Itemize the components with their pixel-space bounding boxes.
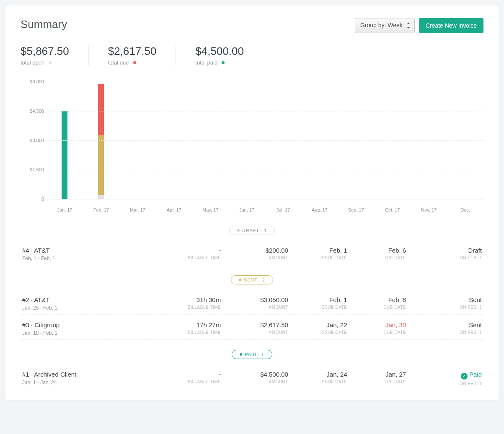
chart-x-tick: Aug, 17: [312, 207, 328, 212]
invoice-billable: -: [157, 247, 221, 254]
invoice-status: Draft: [409, 247, 482, 254]
col-label: BILLABLE TIME: [157, 330, 221, 335]
chart-gridline: [47, 82, 483, 82]
col-label: ISSUE DATE: [292, 330, 347, 335]
chart-gridline: [47, 170, 483, 170]
invoice-due-cell: Jan, 30DUE DATE: [349, 321, 408, 335]
stat-due-value: $2,617.50: [108, 45, 157, 58]
col-label: AMOUNT: [224, 256, 288, 260]
stat-due-label: total due: [108, 59, 157, 66]
chart-x-tick: Dec,: [460, 207, 470, 212]
invoice-row[interactable]: #4 · AT&TFeb, 1 - Feb, 1-BILLABLE TIME$2…: [21, 240, 483, 265]
header-row: Summary Group by: Week Create New Invoic…: [21, 18, 483, 33]
group-pill-draft[interactable]: DRAFT · 1: [229, 226, 275, 235]
group-by-select[interactable]: Group by: Week: [355, 18, 415, 33]
invoice-billable-cell: 17h 27mBILLABLE TIME: [155, 321, 222, 335]
invoice-amount-cell: $200.00AMOUNT: [222, 247, 290, 260]
stat-due: $2,617.50 total due: [108, 45, 176, 66]
invoice-billable-cell: -BILLABLE TIME: [155, 247, 222, 260]
chart-gridline: [47, 111, 483, 111]
invoice-title: #3 · Citigroup: [22, 321, 153, 328]
invoice-title-cell: #1 · Archived ClientJan, 1 - Jan, 24: [21, 371, 155, 385]
col-label: BILLABLE TIME: [157, 256, 221, 260]
invoice-title-cell: #3 · CitigroupJan, 18 - Feb, 1: [21, 321, 155, 336]
check-icon: ✓: [461, 373, 468, 380]
group-pill-label: PAID · 1: [245, 352, 264, 357]
invoice-issue: Feb, 1: [292, 247, 347, 254]
chart-x-tick: Nov, 17: [421, 207, 437, 212]
col-label: ISSUE DATE: [292, 305, 347, 310]
chart-bar-segment-draft: [98, 195, 104, 199]
chart-x-axis: Jan, 17Feb, 17Mar, 17Apr, 17May, 17Jun, …: [47, 207, 483, 216]
invoice-status-sub: ON FEB, 1: [409, 330, 482, 335]
invoice-status-cell: ✓PaidON FEB, 1: [408, 371, 483, 386]
dot-icon: [237, 229, 240, 232]
invoice-title: #2 · AT&T: [22, 296, 153, 303]
col-label: AMOUNT: [224, 305, 288, 310]
invoice-billable: 17h 27m: [157, 321, 221, 328]
invoice-row[interactable]: #3 · CitigroupJan, 18 - Feb, 117h 27mBIL…: [21, 315, 483, 340]
summary-card: Summary Group by: Week Create New Invoic…: [5, 5, 499, 400]
chart-y-tick: $1,500: [21, 167, 44, 172]
group-pill-paid[interactable]: PAID · 1: [232, 350, 272, 359]
chart-x-tick: Feb, 17: [93, 207, 109, 212]
invoice-issue-cell: Jan, 24ISSUE DATE: [290, 371, 349, 384]
summary-chart: Jan, 17Feb, 17Mar, 17Apr, 17May, 17Jun, …: [21, 73, 483, 216]
invoice-due-cell: Jan, 27DUE DATE: [349, 371, 408, 384]
chart-x-tick: Oct, 17: [385, 207, 400, 212]
invoice-range: Jan, 1 - Jan, 24: [22, 380, 153, 385]
dot-icon: [133, 61, 136, 64]
stat-open-value: $5,867.50: [21, 45, 69, 58]
dot-icon: [222, 61, 225, 64]
invoice-groups: DRAFT · 1#4 · AT&TFeb, 1 - Feb, 1-BILLAB…: [21, 226, 483, 389]
page-title: Summary: [21, 18, 67, 31]
invoice-amount: $3,050.00: [224, 296, 288, 303]
invoice-amount-cell: $3,050.00AMOUNT: [222, 296, 290, 310]
stat-paid-label: total paid: [195, 59, 244, 66]
chart-x-tick: Sep, 17: [348, 207, 364, 212]
col-label: BILLABLE TIME: [157, 305, 221, 310]
invoice-title: #4 · AT&T: [22, 247, 153, 254]
chart-y-tick: $6,000: [21, 79, 44, 84]
invoice-billable: -: [157, 371, 221, 378]
invoice-title-cell: #4 · AT&TFeb, 1 - Feb, 1: [21, 247, 155, 261]
invoice-due-cell: Feb, 6DUE DATE: [349, 296, 408, 310]
chart-y-tick: $4,500: [21, 108, 44, 114]
create-invoice-button[interactable]: Create New Invoice: [419, 18, 483, 33]
invoice-due: Feb, 6: [351, 296, 406, 303]
invoice-range: Jan, 18 - Feb, 1: [22, 330, 153, 336]
invoice-status-cell: DraftON FEB, 1: [408, 247, 483, 260]
invoice-due: Feb, 6: [351, 247, 406, 254]
invoice-status: Sent: [409, 296, 482, 303]
group-pill-sent[interactable]: SENT · 2: [231, 275, 273, 284]
group-by-label: Group by: Week: [360, 22, 403, 28]
invoice-title-cell: #2 · AT&TJan, 25 - Feb, 1: [21, 296, 155, 311]
chart-x-tick: Jan, 17: [57, 207, 72, 212]
chart-x-tick: May, 17: [202, 207, 218, 212]
invoice-amount: $2,617.50: [224, 321, 288, 328]
dot-icon: [239, 279, 241, 281]
invoice-status-cell: SentON FEB, 1: [408, 321, 483, 335]
invoice-issue: Jan, 22: [292, 321, 347, 328]
invoice-status-sub: ON FEB, 1: [409, 256, 482, 260]
invoice-amount-cell: $2,617.50AMOUNT: [222, 321, 290, 335]
invoice-issue: Jan, 24: [292, 371, 347, 378]
invoice-billable-cell: 31h 30mBILLABLE TIME: [155, 296, 222, 310]
col-label: AMOUNT: [224, 330, 288, 335]
stat-paid-value: $4,500.00: [195, 45, 244, 58]
invoice-range: Jan, 25 - Feb, 1: [22, 305, 153, 311]
invoice-amount: $4,500.00: [224, 371, 288, 378]
invoice-issue-cell: Feb, 1ISSUE DATE: [290, 247, 349, 260]
col-label: DUE DATE: [351, 330, 406, 335]
invoice-row[interactable]: #1 · Archived ClientJan, 1 - Jan, 24-BIL…: [21, 364, 483, 389]
invoice-row[interactable]: #2 · AT&TJan, 25 - Feb, 131h 30mBILLABLE…: [21, 289, 483, 315]
col-label: BILLABLE TIME: [157, 380, 221, 384]
invoice-billable: 31h 30m: [157, 296, 221, 303]
invoice-issue: Feb, 1: [292, 296, 347, 303]
dot-icon: [49, 61, 52, 64]
invoice-due-cell: Feb, 6DUE DATE: [349, 247, 408, 260]
invoice-due: Jan, 27: [351, 371, 406, 378]
invoice-range: Feb, 1 - Feb, 1: [22, 256, 153, 261]
chart-x-tick: Apr, 17: [167, 207, 181, 212]
invoice-title: #1 · Archived Client: [22, 371, 153, 378]
